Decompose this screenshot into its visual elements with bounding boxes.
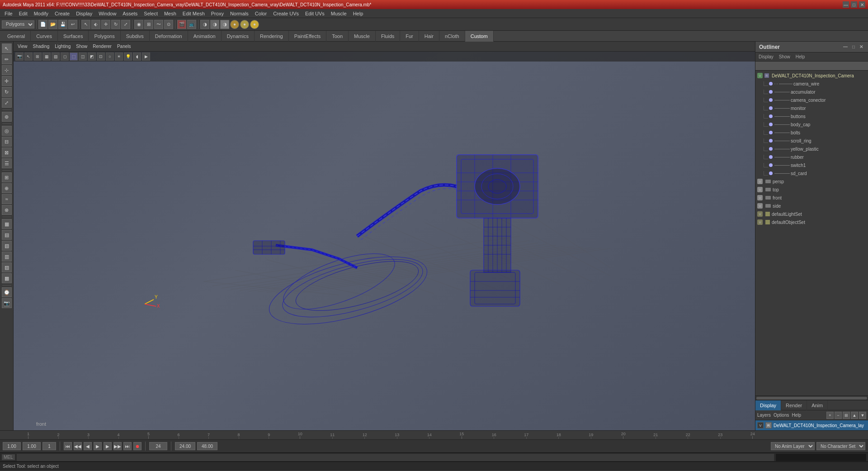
go-to-start-btn[interactable]: ⏮: [64, 442, 72, 450]
end-frame-value-input[interactable]: [175, 442, 195, 450]
vp-menu-view[interactable]: View: [15, 43, 30, 50]
layer-up-button[interactable]: ▲: [851, 412, 858, 419]
delete-layer-button[interactable]: −: [835, 412, 842, 419]
snap-grid-button[interactable]: ⊞: [144, 20, 153, 29]
tab-curves[interactable]: Curves: [31, 31, 58, 42]
tab-toon[interactable]: Toon: [326, 31, 349, 42]
poly-button-1[interactable]: ▦: [2, 219, 12, 229]
tree-item-persp[interactable]: V persp: [755, 177, 868, 186]
tab-fluids[interactable]: Fluids: [376, 31, 400, 42]
layer-editor-button[interactable]: ⊟: [2, 137, 12, 147]
poly-button-4[interactable]: ▥: [2, 252, 12, 262]
rotate-button[interactable]: ↻: [2, 87, 12, 97]
snap-point-button[interactable]: ⊙: [164, 20, 173, 29]
layer-options-button[interactable]: ⊞: [843, 412, 850, 419]
ipr-render-button[interactable]: 📺: [187, 20, 196, 29]
menu-mesh[interactable]: Mesh: [161, 10, 179, 17]
tree-item-monitor[interactable]: monitor: [755, 104, 868, 112]
vp-menu-renderer[interactable]: Renderer: [90, 43, 114, 50]
outliner-window-controls[interactable]: — □ ✕: [842, 44, 864, 50]
bottom-tab-anim[interactable]: Anim: [807, 400, 828, 410]
render-button[interactable]: 🎬: [177, 20, 186, 29]
select-tool-button[interactable]: ↖: [81, 20, 90, 29]
poly-button-5[interactable]: ▨: [2, 262, 12, 272]
vp-menu-lighting[interactable]: Lighting: [52, 43, 73, 50]
tree-item-scroll-ring[interactable]: scroll_ring: [755, 137, 868, 145]
menu-createuvs[interactable]: Create UVs: [270, 10, 302, 17]
tab-muscle[interactable]: Muscle: [349, 31, 376, 42]
render-lt-button[interactable]: 📷: [2, 298, 12, 308]
vp-light2-btn[interactable]: 💡: [124, 52, 132, 61]
tree-item-accumulator[interactable]: accumulator: [755, 88, 868, 96]
tree-item-camera-wire[interactable]: camera_wire: [755, 80, 868, 88]
lasso-button[interactable]: ⊹: [2, 65, 12, 75]
mode-select[interactable]: Polygons: [2, 20, 34, 29]
window-controls[interactable]: — □ ✕: [843, 1, 865, 8]
attribute-editor-button[interactable]: ⊠: [2, 147, 12, 157]
tree-item-side[interactable]: V side: [755, 202, 868, 210]
outliner-hscroll[interactable]: [755, 395, 868, 400]
move-button[interactable]: ✛: [2, 76, 12, 86]
prev-key-btn[interactable]: ◀◀: [74, 442, 82, 450]
outliner-tab-show[interactable]: Show: [778, 54, 792, 60]
menu-normals[interactable]: Normals: [227, 10, 251, 17]
outliner-search-input[interactable]: [755, 62, 868, 71]
vp-obj-btn[interactable]: ○: [106, 52, 114, 61]
tree-item-rubber[interactable]: rubber: [755, 153, 868, 161]
select-button[interactable]: ↖: [2, 43, 12, 53]
tree-item-camera-conector[interactable]: camera_conector: [755, 96, 868, 104]
undo-button[interactable]: ↩: [68, 20, 77, 29]
eye-icon-persp[interactable]: V: [757, 179, 763, 184]
snap-curve-button[interactable]: 〜: [154, 20, 163, 29]
snap-surface-button[interactable]: ⊗: [2, 205, 12, 215]
lasso-select-button[interactable]: ⬖: [91, 20, 100, 29]
eye-icon-side[interactable]: V: [757, 203, 763, 209]
tab-subdivs[interactable]: Subdivs: [121, 31, 150, 42]
go-to-end-btn[interactable]: ⏭: [123, 442, 132, 450]
menu-edit[interactable]: Edit: [16, 10, 30, 17]
poly-button-3[interactable]: ▧: [2, 241, 12, 251]
tree-item-sd-card[interactable]: sd_card: [755, 169, 868, 177]
outliner-close[interactable]: ✕: [858, 44, 864, 50]
grid-button[interactable]: ⊞: [2, 172, 12, 182]
lighting-high-button[interactable]: ◑: [220, 20, 229, 29]
bottom-tab-render[interactable]: Render: [781, 400, 807, 410]
eye-icon-top[interactable]: V: [757, 187, 763, 192]
end-frame-input[interactable]: [149, 442, 167, 450]
menu-display[interactable]: Display: [73, 10, 95, 17]
lighting-low-button[interactable]: ◑: [200, 20, 209, 29]
tab-dynamics[interactable]: Dynamics: [222, 31, 255, 42]
tree-item-switch1[interactable]: switch1: [755, 161, 868, 169]
menu-proxy[interactable]: Proxy: [208, 10, 226, 17]
vp-select-btn[interactable]: ↖: [24, 52, 33, 61]
save-scene-button[interactable]: 💾: [58, 20, 67, 29]
menu-assets[interactable]: Assets: [120, 10, 140, 17]
start-frame-input[interactable]: [23, 442, 41, 450]
step-back-btn[interactable]: ◀: [84, 442, 92, 450]
yellow-light-3[interactable]: ●: [250, 20, 259, 29]
current-frame-input[interactable]: [3, 442, 21, 450]
vp-textures-btn[interactable]: ◩: [88, 52, 96, 61]
vp-camera-btn[interactable]: 📷: [15, 52, 24, 61]
eye-icon-objectset[interactable]: V: [757, 219, 763, 225]
tab-fur[interactable]: Fur: [400, 31, 419, 42]
tree-item-front[interactable]: V front: [755, 194, 868, 202]
visibility-icon[interactable]: V: [757, 73, 763, 78]
poly-button-6[interactable]: ▩: [2, 273, 12, 283]
eye-icon-lightset[interactable]: V: [757, 211, 763, 217]
tree-item-dewalt[interactable]: V R DeWALT_DCT410N_Inspection_Camera: [755, 71, 868, 80]
soft-select-button[interactable]: ◉: [134, 20, 143, 29]
bottom-tab-display[interactable]: Display: [755, 400, 781, 410]
step-forward-btn[interactable]: ▶: [104, 442, 112, 450]
channel-box-button[interactable]: ☰: [2, 158, 12, 168]
hscroll-thumb[interactable]: [756, 397, 867, 400]
menu-muscle[interactable]: Muscle: [328, 10, 349, 17]
history-button[interactable]: ⌚: [2, 287, 12, 297]
new-scene-button[interactable]: 📄: [38, 20, 47, 29]
layer-down-button[interactable]: ▼: [859, 412, 866, 419]
tab-painteffects[interactable]: PaintEffects: [289, 31, 327, 42]
vp-shadow-btn[interactable]: ◖: [133, 52, 141, 61]
menu-create[interactable]: Create: [52, 10, 72, 17]
vp-display1-btn[interactable]: ⊞: [33, 52, 42, 61]
scale-button[interactable]: ⤢: [2, 98, 12, 108]
